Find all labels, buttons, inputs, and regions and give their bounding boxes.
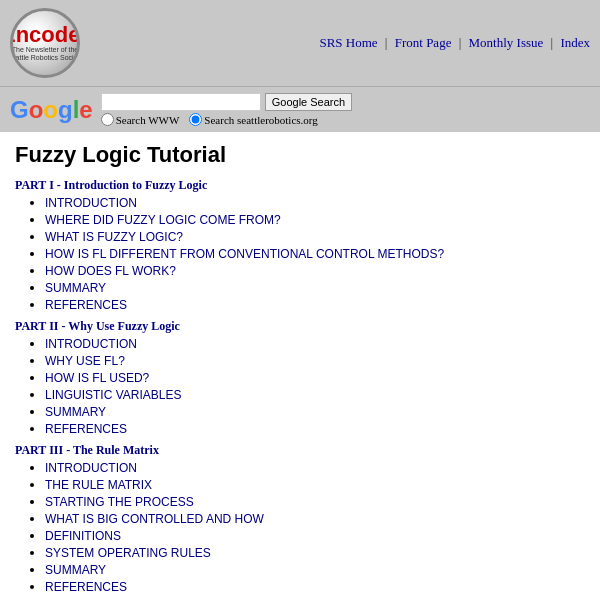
part1-item-7[interactable]: REFERENCES bbox=[45, 298, 127, 312]
list-item: WHY USE FL? bbox=[45, 353, 585, 369]
google-search-button[interactable]: Google Search bbox=[265, 93, 352, 111]
list-item: WHAT IS BIG CONTROLLED AND HOW bbox=[45, 511, 585, 527]
part2-item-6[interactable]: REFERENCES bbox=[45, 422, 127, 436]
list-item: LINGUISTIC VARIABLES bbox=[45, 387, 585, 403]
part1-item-3[interactable]: WHAT IS FUZZY LOGIC? bbox=[45, 230, 183, 244]
nav-index[interactable]: Index bbox=[560, 35, 590, 50]
part-list-1: INTRODUCTIONWHERE DID FUZZY LOGIC COME F… bbox=[45, 195, 585, 313]
header: Encoder The Newsletter of the Seattle Ro… bbox=[0, 0, 600, 132]
part1-item-6[interactable]: SUMMARY bbox=[45, 281, 106, 295]
logo-circle: Encoder The Newsletter of the Seattle Ro… bbox=[10, 8, 80, 78]
list-item: WHAT IS FUZZY LOGIC? bbox=[45, 229, 585, 245]
list-item: HOW IS FL USED? bbox=[45, 370, 585, 386]
list-item: HOW IS FL DIFFERENT FROM CONVENTIONAL CO… bbox=[45, 246, 585, 262]
list-item: SUMMARY bbox=[45, 562, 585, 578]
part-list-2: INTRODUCTIONWHY USE FL?HOW IS FL USED?LI… bbox=[45, 336, 585, 437]
part2-item-3[interactable]: HOW IS FL USED? bbox=[45, 371, 149, 385]
radio-site-label[interactable]: Search seattlerobotics.org bbox=[189, 113, 317, 126]
part2-item-4[interactable]: LINGUISTIC VARIABLES bbox=[45, 388, 181, 402]
list-item: WHERE DID FUZZY LOGIC COME FROM? bbox=[45, 212, 585, 228]
part3-item-1[interactable]: INTRODUCTION bbox=[45, 461, 137, 475]
google-form: Google Search Search WWW Search seattler… bbox=[101, 93, 352, 126]
part1-item-1[interactable]: INTRODUCTION bbox=[45, 196, 137, 210]
list-item: REFERENCES bbox=[45, 579, 585, 595]
part2-item-2[interactable]: WHY USE FL? bbox=[45, 354, 125, 368]
radio-www-label[interactable]: Search WWW bbox=[101, 113, 180, 126]
list-item: INTRODUCTION bbox=[45, 460, 585, 476]
part3-item-6[interactable]: SYSTEM OPERATING RULES bbox=[45, 546, 211, 560]
part3-item-8[interactable]: REFERENCES bbox=[45, 580, 127, 594]
list-item: SUMMARY bbox=[45, 404, 585, 420]
part-list-3: INTRODUCTIONTHE RULE MATRIXSTARTING THE … bbox=[45, 460, 585, 595]
part3-item-7[interactable]: SUMMARY bbox=[45, 563, 106, 577]
nav-front-page[interactable]: Front Page bbox=[395, 35, 452, 50]
part3-item-3[interactable]: STARTING THE PROCESS bbox=[45, 495, 194, 509]
page-title: Fuzzy Logic Tutorial bbox=[15, 142, 585, 168]
part1-item-2[interactable]: WHERE DID FUZZY LOGIC COME FROM? bbox=[45, 213, 281, 227]
main-content: Fuzzy Logic Tutorial PART I - Introducti… bbox=[0, 132, 600, 600]
list-item: HOW DOES FL WORK? bbox=[45, 263, 585, 279]
part3-item-5[interactable]: DEFINITIONS bbox=[45, 529, 121, 543]
google-radio-row: Search WWW Search seattlerobotics.org bbox=[101, 113, 352, 126]
part2-item-1[interactable]: INTRODUCTION bbox=[45, 337, 137, 351]
list-item: SYSTEM OPERATING RULES bbox=[45, 545, 585, 561]
nav-monthly-issue[interactable]: Monthly Issue bbox=[469, 35, 544, 50]
google-bar: Google Google Search Search WWW Search s… bbox=[0, 87, 600, 132]
logo-area: Encoder The Newsletter of the Seattle Ro… bbox=[10, 8, 80, 78]
nav-srs-home[interactable]: SRS Home bbox=[319, 35, 377, 50]
list-item: INTRODUCTION bbox=[45, 336, 585, 352]
list-item: SUMMARY bbox=[45, 280, 585, 296]
list-item: REFERENCES bbox=[45, 297, 585, 313]
nav-links: SRS Home | Front Page | Monthly Issue | … bbox=[319, 35, 590, 51]
list-item: DEFINITIONS bbox=[45, 528, 585, 544]
list-item: INTRODUCTION bbox=[45, 195, 585, 211]
part-header-1[interactable]: PART I - Introduction to Fuzzy Logic bbox=[15, 178, 585, 193]
list-item: THE RULE MATRIX bbox=[45, 477, 585, 493]
part3-item-2[interactable]: THE RULE MATRIX bbox=[45, 478, 152, 492]
part1-item-4[interactable]: HOW IS FL DIFFERENT FROM CONVENTIONAL CO… bbox=[45, 247, 444, 261]
part1-item-5[interactable]: HOW DOES FL WORK? bbox=[45, 264, 176, 278]
search-input[interactable] bbox=[101, 93, 261, 111]
radio-www[interactable] bbox=[101, 113, 114, 126]
part2-item-5[interactable]: SUMMARY bbox=[45, 405, 106, 419]
part-header-3[interactable]: PART III - The Rule Matrix bbox=[15, 443, 585, 458]
logo-title: Encoder bbox=[10, 24, 80, 46]
list-item: STARTING THE PROCESS bbox=[45, 494, 585, 510]
parts-container: PART I - Introduction to Fuzzy LogicINTR… bbox=[15, 178, 585, 600]
part3-item-4[interactable]: WHAT IS BIG CONTROLLED AND HOW bbox=[45, 512, 264, 526]
google-logo: Google bbox=[10, 96, 93, 124]
radio-site[interactable] bbox=[189, 113, 202, 126]
list-item: REFERENCES bbox=[45, 421, 585, 437]
logo-subtitle: The Newsletter of the Seattle Robotics S… bbox=[10, 46, 80, 63]
part-header-2[interactable]: PART II - Why Use Fuzzy Logic bbox=[15, 319, 585, 334]
